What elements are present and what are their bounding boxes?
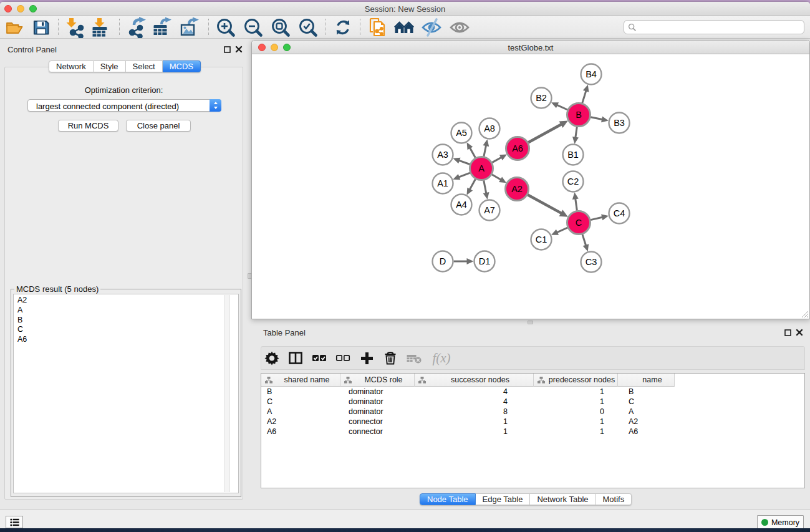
edge-A-A1[interactable] [458,173,470,177]
import-table-icon[interactable] [89,16,111,39]
split-panel-icon[interactable] [287,350,304,366]
tab-select[interactable]: Select [126,60,163,72]
node-label-B2: B2 [536,93,547,103]
run-mcds-button[interactable]: Run MCDS [58,120,118,132]
tab-mcds[interactable]: MCDS [163,60,201,72]
zoom-in-icon[interactable] [215,16,237,39]
result-item[interactable]: C [17,325,27,335]
mcds-result-title: MCDS result (5 nodes) [14,284,100,294]
mcds-result-list[interactable]: A2ABCA6 [13,294,239,493]
result-item[interactable]: A [17,306,27,316]
edge-A-A7[interactable] [484,180,486,194]
column-header-successor-nodes[interactable]: successor nodes [415,374,534,387]
edge-A2-C[interactable] [528,195,562,213]
edge-A-A2[interactable] [492,175,501,180]
delete-columns-icon[interactable] [382,350,398,366]
import-network-icon[interactable] [64,16,86,39]
select-all-icon[interactable] [311,350,327,366]
column-header-MCDS-role[interactable]: MCDS role [340,374,415,387]
node-label-C1: C1 [536,235,547,244]
column-type-icon [265,377,272,384]
control-panel-tabs: NetworkStyleSelectMCDS [49,60,201,72]
edge-A6-B[interactable] [528,124,562,143]
deselect-all-icon[interactable] [335,350,351,366]
edge-B-B2[interactable] [556,105,567,110]
first-neighbors-icon[interactable] [393,16,415,39]
column-header-shared-name[interactable]: shared name [261,374,340,387]
edge-arrowhead [453,158,460,163]
list-icon [10,518,19,526]
edge-C-C4[interactable] [591,217,603,220]
table-panel-title: Table Panel [263,328,306,337]
result-item[interactable]: A6 [17,335,27,345]
table-row[interactable]: A6connector11A6 [261,427,804,437]
edge-arrowhead [453,174,460,180]
optimization-criterion-label: Optimization criterion: [5,85,243,95]
toolbar-separator [208,19,209,35]
table-row[interactable]: A2connector11A2 [261,417,804,427]
tab-edge-table[interactable]: Edge Table [476,493,531,505]
tab-network[interactable]: Network [49,60,94,72]
function-builder-icon[interactable]: f(x) [430,350,453,366]
edge-B-B1[interactable] [576,127,577,138]
edge-C-C3[interactable] [582,235,586,246]
zoom-selected-icon[interactable] [297,16,319,39]
show-all-icon[interactable] [448,16,471,39]
edge-B-B4[interactable] [582,90,586,103]
close-table-panel-icon[interactable] [796,329,803,336]
column-header-predecessor-nodes[interactable]: predecessor nodes [534,374,618,387]
tab-node-table[interactable]: Node Table [420,493,476,505]
node-label-A: A [478,163,485,173]
edge-A-A6[interactable] [492,157,502,163]
float-panel-icon[interactable] [224,46,231,53]
show-panel-list-button[interactable] [6,516,23,528]
search-icon [628,23,637,32]
toolbar-separator [58,19,59,35]
refresh-icon[interactable] [332,16,354,39]
main-toolbar [0,16,810,39]
result-item[interactable]: B [17,316,27,326]
delete-table-icon[interactable] [406,350,422,366]
tab-motifs[interactable]: Motifs [596,493,632,505]
result-item[interactable]: A2 [17,296,27,306]
control-panel-title: Control Panel [7,45,57,54]
table-header: shared nameMCDS rolesuccessor nodesprede… [261,374,675,387]
table-row[interactable]: Cdominator41C [261,397,804,407]
result-scrollbar[interactable] [224,295,230,492]
session-share-icon[interactable] [366,16,388,39]
edge-A-A4[interactable] [470,179,476,190]
search-field[interactable] [624,20,804,34]
table-row[interactable]: Bdominator41B [261,387,804,397]
table-row[interactable]: Adominator80A [261,407,804,417]
float-table-panel-icon[interactable] [784,329,792,336]
desktop-wallpaper-strip [0,528,810,532]
node-label-D: D [440,256,446,266]
tab-network-table[interactable]: Network Table [530,493,595,505]
network-canvas[interactable]: B4B2BB3A8A5A6B1A3AA1C2A2A4A7C4CC1C3DD1 [253,55,809,318]
zoom-fit-icon[interactable] [269,16,292,39]
export-table-icon[interactable] [150,16,173,39]
open-session-icon[interactable] [3,16,26,39]
close-panel-button[interactable]: Close panel [126,120,191,132]
export-image-icon[interactable] [178,16,200,39]
criterion-dropdown[interactable]: largest connected component (directed) [27,99,221,112]
edge-A-A5[interactable] [470,147,475,158]
edge-arrowhead [601,117,609,123]
close-panel-icon[interactable] [235,46,243,53]
zoom-out-icon[interactable] [242,16,264,39]
edge-A-A8[interactable] [484,145,486,157]
export-network-icon[interactable] [125,16,148,39]
save-session-icon[interactable] [30,16,52,39]
hide-selected-icon[interactable] [420,16,443,39]
search-input[interactable] [637,23,804,32]
tab-style[interactable]: Style [94,60,126,72]
table-settings-icon[interactable] [264,350,280,366]
memory-button[interactable]: Memory [757,515,804,530]
edge-C-C2[interactable] [576,198,577,210]
edge-B-B3[interactable] [591,117,603,120]
column-header-name[interactable]: name [618,374,675,387]
edge-A-A3[interactable] [458,160,470,165]
resize-grip-icon[interactable] [801,310,809,318]
add-column-icon[interactable] [359,350,375,366]
edge-C-C1[interactable] [556,228,567,233]
